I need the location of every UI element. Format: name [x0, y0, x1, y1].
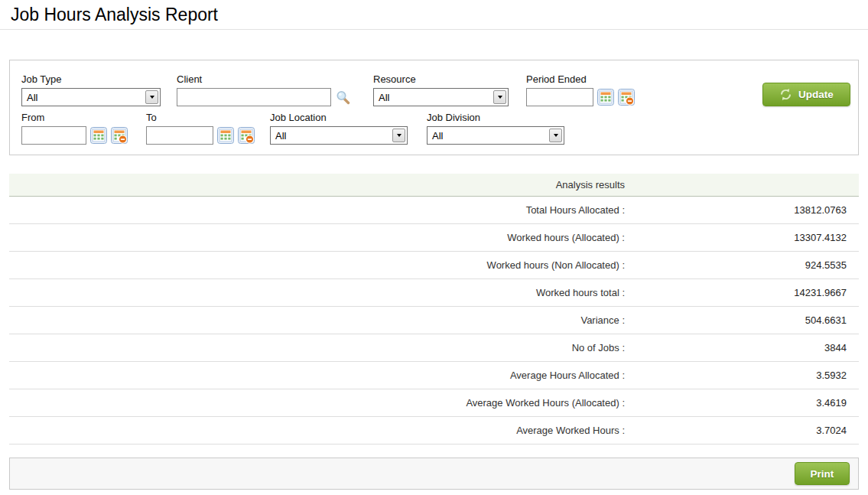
field-job-location: Job Location All [270, 112, 408, 145]
resource-selected-value: All [379, 92, 389, 103]
calendar-icon[interactable] [217, 127, 234, 144]
from-input[interactable] [21, 126, 86, 145]
field-to: To [146, 112, 255, 145]
row-value: 924.5535 [637, 259, 859, 271]
footer-bar: Print [9, 458, 859, 490]
job-division-select[interactable]: All [427, 126, 564, 145]
chevron-down-icon [145, 90, 158, 104]
table-row: Worked hours (Non Allocated) : 924.5535 [9, 252, 859, 279]
row-label: No of Jobs : [9, 342, 637, 353]
resource-label: Resource [373, 73, 509, 85]
row-value: 3844 [637, 342, 859, 353]
period-ended-label: Period Ended [526, 73, 635, 85]
chevron-down-icon [549, 129, 562, 142]
row-label: Worked hours (Allocated) : [9, 232, 637, 243]
field-job-type: Job Type All [21, 73, 161, 106]
chevron-down-icon [392, 129, 405, 142]
job-location-selected-value: All [275, 130, 286, 142]
chevron-down-icon [493, 90, 506, 104]
job-type-select[interactable]: All [21, 88, 161, 106]
table-row: Variance : 504.6631 [9, 307, 859, 334]
from-label: From [21, 112, 128, 123]
print-button[interactable]: Print [795, 462, 850, 485]
calendar-clear-icon[interactable] [618, 89, 635, 106]
row-label: Average Hours Allocated : [9, 370, 637, 381]
row-label: Total Hours Allocated : [9, 204, 637, 216]
results-header-row: Analysis results [9, 174, 859, 197]
table-row: Worked hours total : 14231.9667 [9, 279, 859, 307]
calendar-icon[interactable] [90, 127, 107, 144]
field-from: From [21, 112, 128, 145]
row-value: 14231.9667 [637, 287, 859, 298]
row-value: 3.7024 [637, 425, 859, 436]
row-label: Worked hours total : [9, 287, 637, 298]
job-location-select[interactable]: All [270, 126, 408, 145]
field-resource: Resource All [373, 73, 509, 106]
update-button[interactable]: Update [762, 83, 850, 106]
field-period-ended: Period Ended [526, 73, 635, 106]
row-value: 3.5932 [637, 370, 859, 381]
page-title: Job Hours Analysis Report [11, 5, 868, 25]
analysis-results-table: Analysis results Total Hours Allocated :… [9, 174, 859, 445]
calendar-clear-icon[interactable] [111, 127, 128, 144]
table-row: Average Hours Allocated : 3.5932 [9, 362, 859, 389]
row-value: 13307.4132 [637, 232, 859, 243]
job-type-label: Job Type [21, 73, 161, 85]
resource-select[interactable]: All [373, 88, 509, 106]
to-input[interactable] [146, 126, 213, 145]
client-label: Client [177, 73, 351, 85]
calendar-clear-icon[interactable] [238, 127, 255, 144]
search-icon[interactable] [335, 90, 351, 106]
refresh-icon [779, 88, 792, 101]
job-type-selected-value: All [27, 92, 37, 103]
job-location-label: Job Location [270, 112, 408, 123]
results-header-title: Analysis results [9, 179, 637, 191]
row-label: Variance : [9, 314, 637, 326]
table-row: Total Hours Allocated : 13812.0763 [9, 197, 859, 224]
row-value: 13812.0763 [637, 204, 859, 216]
period-ended-input[interactable] [526, 88, 593, 106]
job-division-selected-value: All [432, 130, 443, 142]
row-label: Average Worked Hours : [9, 425, 637, 436]
job-division-label: Job Division [427, 112, 564, 123]
update-button-label: Update [798, 89, 834, 100]
field-job-division: Job Division All [427, 112, 564, 145]
row-label: Average Worked Hours (Allocated) : [9, 397, 637, 409]
page-header: Job Hours Analysis Report [0, 0, 868, 30]
client-input[interactable] [177, 88, 331, 106]
row-value: 504.6631 [637, 314, 859, 326]
filter-panel: Job Type All Client Resource All Period … [9, 60, 859, 155]
row-label: Worked hours (Non Allocated) : [9, 259, 637, 271]
calendar-icon[interactable] [597, 89, 614, 106]
table-row: Worked hours (Allocated) : 13307.4132 [9, 224, 859, 252]
to-label: To [146, 112, 255, 123]
results-rows: Total Hours Allocated : 13812.0763 Worke… [9, 197, 859, 445]
field-client: Client [177, 73, 351, 106]
row-value: 3.4619 [637, 397, 859, 409]
table-row: No of Jobs : 3844 [9, 334, 859, 362]
table-row: Average Worked Hours (Allocated) : 3.461… [9, 389, 859, 417]
table-row: Average Worked Hours : 3.7024 [9, 417, 859, 445]
